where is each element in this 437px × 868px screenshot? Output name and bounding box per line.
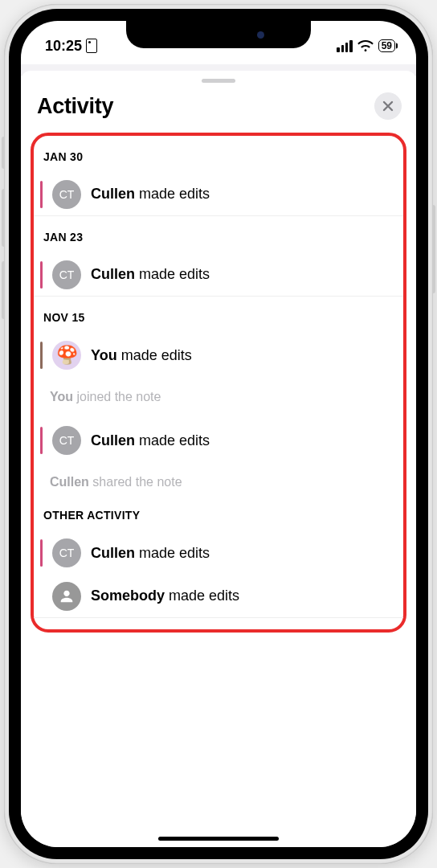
edit-bar (40, 583, 43, 610)
sim-icon (86, 39, 97, 53)
wifi-icon (357, 39, 374, 52)
activity-row[interactable]: CT Cullen made edits (34, 531, 403, 575)
avatar-you: 🍄 (52, 341, 81, 370)
home-indicator[interactable] (158, 837, 279, 841)
status-right: 59 (337, 39, 395, 52)
sheet-grabber[interactable] (202, 79, 235, 83)
side-button (2, 189, 5, 247)
date-header: JAN 23 (34, 216, 403, 253)
side-button (2, 261, 5, 319)
avatar: CT (52, 180, 81, 209)
edit-bar (40, 427, 43, 454)
avatar: CT (52, 426, 81, 455)
cell-signal-icon (337, 40, 352, 52)
activity-text: Cullen made edits (91, 432, 210, 449)
phone-bezel: 10:25 59 Activity (9, 9, 428, 859)
avatar: CT (52, 538, 81, 567)
sheet-title: Activity (37, 94, 113, 119)
date-header: OTHER ACTIVITY (34, 504, 403, 531)
battery-indicator: 59 (378, 39, 395, 52)
activity-list-highlight: JAN 30 CT Cullen made edits JAN 23 CT (31, 133, 406, 633)
phone-frame: 10:25 59 Activity (4, 4, 433, 864)
activity-meta: Cullen shared the note (34, 462, 403, 504)
edit-bar (40, 342, 43, 369)
side-button (2, 137, 5, 169)
avatar: CT (52, 260, 81, 289)
person-icon (58, 588, 76, 605)
activity-row[interactable]: CT Cullen made edits (34, 419, 403, 462)
notch (126, 21, 311, 48)
side-button (432, 205, 435, 293)
date-header: NOV 15 (34, 297, 403, 334)
status-time: 10:25 (45, 38, 82, 55)
activity-row[interactable]: Somebody made edits (34, 575, 403, 618)
close-button[interactable] (374, 92, 402, 120)
edit-bar (40, 261, 43, 289)
date-header: JAN 30 (34, 145, 403, 173)
status-left: 10:25 (45, 38, 97, 55)
edit-bar (40, 181, 43, 208)
activity-text: Cullen made edits (91, 266, 210, 283)
close-icon (382, 100, 394, 112)
sheet-header: Activity (21, 91, 416, 129)
activity-sheet: Activity JAN 30 CT Cullen made edits (21, 71, 416, 847)
avatar-generic (52, 582, 81, 611)
activity-text: Cullen made edits (91, 186, 210, 203)
activity-text: You made edits (91, 347, 192, 364)
screen: 10:25 59 Activity (21, 21, 416, 847)
activity-row[interactable]: CT Cullen made edits (34, 173, 403, 216)
activity-row[interactable]: CT Cullen made edits (34, 253, 403, 297)
activity-row[interactable]: 🍄 You made edits (34, 334, 403, 377)
activity-meta: You joined the note (34, 377, 403, 419)
activity-text: Cullen made edits (91, 545, 210, 562)
activity-text: Somebody made edits (91, 588, 239, 604)
edit-bar (40, 539, 43, 567)
